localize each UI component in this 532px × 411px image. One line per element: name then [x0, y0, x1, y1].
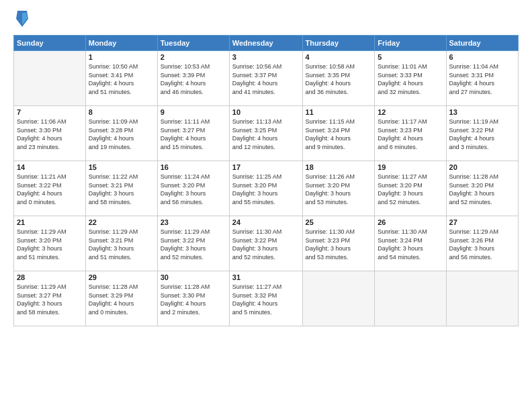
day-number: 14: [17, 163, 83, 171]
calendar-cell: 12Sunrise: 11:17 AMSunset: 3:23 PMDaylig…: [375, 106, 446, 161]
day-info: Sunrise: 11:11 AMSunset: 3:27 PMDaylight…: [161, 118, 226, 151]
day-number: 23: [161, 218, 226, 226]
day-info: Sunrise: 11:27 AMSunset: 3:32 PMDaylight…: [232, 283, 300, 316]
day-number: 30: [161, 273, 226, 281]
day-info: Sunrise: 11:21 AMSunset: 3:22 PMDaylight…: [17, 173, 83, 206]
header: [13, 12, 519, 28]
day-info: Sunrise: 11:17 AMSunset: 3:23 PMDaylight…: [378, 118, 443, 151]
weekday-header-tuesday: Tuesday: [157, 36, 229, 51]
day-number: 10: [232, 108, 300, 116]
day-info: Sunrise: 11:06 AMSunset: 3:30 PMDaylight…: [17, 118, 83, 151]
calendar-cell: 10Sunrise: 11:13 AMSunset: 3:25 PMDaylig…: [229, 106, 302, 161]
calendar-cell: [302, 271, 375, 326]
day-info: Sunrise: 10:58 AMSunset: 3:35 PMDaylight…: [306, 62, 372, 96]
calendar-cell: 21Sunrise: 11:29 AMSunset: 3:20 PMDaylig…: [14, 216, 86, 271]
day-info: Sunrise: 11:13 AMSunset: 3:25 PMDaylight…: [232, 118, 300, 151]
logo: [13, 12, 30, 28]
day-info: Sunrise: 11:29 AMSunset: 3:27 PMDaylight…: [17, 283, 83, 316]
day-number: 20: [449, 163, 515, 171]
calendar-cell: 30Sunrise: 11:28 AMSunset: 3:30 PMDaylig…: [157, 271, 229, 326]
day-info: Sunrise: 11:19 AMSunset: 3:22 PMDaylight…: [449, 118, 515, 151]
weekday-header-saturday: Saturday: [446, 36, 518, 51]
day-number: 18: [306, 163, 372, 171]
day-number: 27: [449, 218, 515, 226]
day-number: 1: [89, 53, 154, 61]
day-info: Sunrise: 11:28 AMSunset: 3:30 PMDaylight…: [161, 283, 226, 316]
calendar-cell: 29Sunrise: 11:28 AMSunset: 3:29 PMDaylig…: [85, 271, 157, 326]
calendar-cell: 31Sunrise: 11:27 AMSunset: 3:32 PMDaylig…: [229, 271, 302, 326]
calendar-cell: 6Sunrise: 11:04 AMSunset: 3:31 PMDayligh…: [446, 51, 518, 106]
calendar-cell: 2Sunrise: 10:53 AMSunset: 3:39 PMDayligh…: [157, 51, 229, 106]
day-number: 5: [378, 53, 443, 61]
calendar-cell: 4Sunrise: 10:58 AMSunset: 3:35 PMDayligh…: [302, 51, 375, 106]
day-number: 22: [89, 218, 154, 226]
calendar-cell: 1Sunrise: 10:50 AMSunset: 3:41 PMDayligh…: [85, 51, 157, 106]
calendar-cell: 11Sunrise: 11:15 AMSunset: 3:24 PMDaylig…: [302, 106, 375, 161]
calendar-cell: 13Sunrise: 11:19 AMSunset: 3:22 PMDaylig…: [446, 106, 518, 161]
day-info: Sunrise: 10:53 AMSunset: 3:39 PMDaylight…: [161, 62, 226, 96]
day-info: Sunrise: 11:25 AMSunset: 3:20 PMDaylight…: [232, 173, 300, 206]
calendar: SundayMondayTuesdayWednesdayThursdayFrid…: [13, 35, 519, 326]
week-row-4: 21Sunrise: 11:29 AMSunset: 3:20 PMDaylig…: [14, 216, 519, 271]
calendar-cell: 17Sunrise: 11:25 AMSunset: 3:20 PMDaylig…: [229, 161, 302, 216]
day-number: 26: [378, 218, 443, 226]
calendar-cell: 25Sunrise: 11:30 AMSunset: 3:23 PMDaylig…: [302, 216, 375, 271]
day-number: 31: [232, 273, 300, 281]
calendar-cell: 27Sunrise: 11:29 AMSunset: 3:26 PMDaylig…: [446, 216, 518, 271]
day-info: Sunrise: 11:29 AMSunset: 3:26 PMDaylight…: [449, 228, 515, 261]
day-info: Sunrise: 11:28 AMSunset: 3:29 PMDaylight…: [89, 283, 154, 316]
week-row-3: 14Sunrise: 11:21 AMSunset: 3:22 PMDaylig…: [14, 161, 519, 216]
day-info: Sunrise: 11:15 AMSunset: 3:24 PMDaylight…: [306, 118, 372, 151]
calendar-cell: 20Sunrise: 11:28 AMSunset: 3:20 PMDaylig…: [446, 161, 518, 216]
calendar-cell: 7Sunrise: 11:06 AMSunset: 3:30 PMDayligh…: [14, 106, 86, 161]
day-number: 15: [89, 163, 154, 171]
day-number: 29: [89, 273, 154, 281]
day-info: Sunrise: 10:56 AMSunset: 3:37 PMDaylight…: [232, 62, 300, 96]
day-info: Sunrise: 10:50 AMSunset: 3:41 PMDaylight…: [89, 62, 154, 96]
week-row-1: 1Sunrise: 10:50 AMSunset: 3:41 PMDayligh…: [14, 51, 519, 106]
day-number: 13: [449, 108, 515, 116]
week-row-2: 7Sunrise: 11:06 AMSunset: 3:30 PMDayligh…: [14, 106, 519, 161]
weekday-header-row: SundayMondayTuesdayWednesdayThursdayFrid…: [14, 36, 519, 51]
day-info: Sunrise: 11:30 AMSunset: 3:22 PMDaylight…: [232, 228, 300, 261]
calendar-cell: 15Sunrise: 11:22 AMSunset: 3:21 PMDaylig…: [85, 161, 157, 216]
calendar-cell: 8Sunrise: 11:09 AMSunset: 3:28 PMDayligh…: [85, 106, 157, 161]
week-row-5: 28Sunrise: 11:29 AMSunset: 3:27 PMDaylig…: [14, 271, 519, 326]
day-info: Sunrise: 11:01 AMSunset: 3:33 PMDaylight…: [378, 62, 443, 96]
weekday-header-sunday: Sunday: [14, 36, 86, 51]
calendar-cell: 9Sunrise: 11:11 AMSunset: 3:27 PMDayligh…: [157, 106, 229, 161]
day-number: 19: [378, 163, 443, 171]
day-info: Sunrise: 11:29 AMSunset: 3:22 PMDaylight…: [161, 228, 226, 261]
day-number: 11: [306, 108, 372, 116]
day-info: Sunrise: 11:30 AMSunset: 3:24 PMDaylight…: [378, 228, 443, 261]
day-number: 17: [232, 163, 300, 171]
day-info: Sunrise: 11:22 AMSunset: 3:21 PMDaylight…: [89, 173, 154, 206]
day-number: 6: [449, 53, 515, 61]
day-number: 4: [306, 53, 372, 61]
day-number: 3: [232, 53, 300, 61]
calendar-cell: 16Sunrise: 11:24 AMSunset: 3:20 PMDaylig…: [157, 161, 229, 216]
calendar-cell: 3Sunrise: 10:56 AMSunset: 3:37 PMDayligh…: [229, 51, 302, 106]
day-info: Sunrise: 11:04 AMSunset: 3:31 PMDaylight…: [449, 62, 515, 96]
calendar-cell: 14Sunrise: 11:21 AMSunset: 3:22 PMDaylig…: [14, 161, 86, 216]
day-info: Sunrise: 11:29 AMSunset: 3:20 PMDaylight…: [17, 228, 83, 261]
calendar-cell: [446, 271, 518, 326]
day-number: 16: [161, 163, 226, 171]
day-number: 21: [17, 218, 83, 226]
day-info: Sunrise: 11:28 AMSunset: 3:20 PMDaylight…: [449, 173, 515, 206]
weekday-header-thursday: Thursday: [302, 36, 375, 51]
day-info: Sunrise: 11:29 AMSunset: 3:21 PMDaylight…: [89, 228, 154, 261]
logo-icon: [15, 9, 30, 28]
day-info: Sunrise: 11:09 AMSunset: 3:28 PMDaylight…: [89, 118, 154, 151]
weekday-header-monday: Monday: [85, 36, 157, 51]
day-number: 24: [232, 218, 300, 226]
day-number: 7: [17, 108, 83, 116]
day-info: Sunrise: 11:27 AMSunset: 3:20 PMDaylight…: [378, 173, 443, 206]
day-number: 28: [17, 273, 83, 281]
day-info: Sunrise: 11:26 AMSunset: 3:20 PMDaylight…: [306, 173, 372, 206]
calendar-cell: 18Sunrise: 11:26 AMSunset: 3:20 PMDaylig…: [302, 161, 375, 216]
day-number: 8: [89, 108, 154, 116]
day-number: 12: [378, 108, 443, 116]
weekday-header-wednesday: Wednesday: [229, 36, 302, 51]
calendar-cell: [375, 271, 446, 326]
